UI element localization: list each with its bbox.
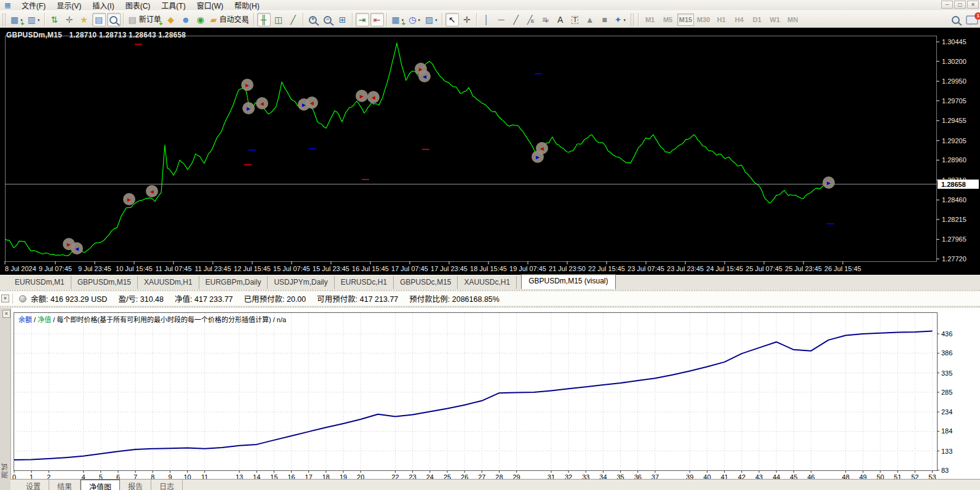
market-watch-button[interactable]: ⇅ <box>48 13 62 26</box>
timeframe-d1-button[interactable]: D1 <box>749 14 765 26</box>
svg-text:25 Jul 07:45: 25 Jul 07:45 <box>746 265 783 272</box>
terminal-drag-handle[interactable] <box>12 294 15 303</box>
zoom-out-button[interactable]: − <box>321 13 335 26</box>
auto-scroll-button[interactable]: ⇥ <box>356 13 369 26</box>
arrow-shape-button[interactable]: ▲ <box>583 13 597 26</box>
auto-trading-button[interactable]: ▰●自动交易 <box>209 13 251 26</box>
new-order-button[interactable]: ▤+新订单 <box>127 13 163 26</box>
timeframe-h1-button[interactable]: H1 <box>713 14 730 26</box>
order-level-markers <box>135 44 834 224</box>
navigator-button[interactable]: ★ <box>78 13 91 26</box>
tester-tab-3[interactable]: 净值图 <box>81 480 120 490</box>
chart-tab-1[interactable]: EURUSDm,M1 <box>9 276 71 289</box>
shapes-button[interactable]: ■ <box>598 13 612 26</box>
trade-arrow-icon: ► <box>66 241 72 248</box>
arrows-button[interactable]: ✦▾ <box>613 13 627 26</box>
account-segments: 余额: 416 923.29 USD盈/亏: 310.48净值: 417 233… <box>31 293 511 304</box>
bar-chart-mode-button[interactable]: ╫ <box>257 13 271 26</box>
mt4-window: { "glyphs": {"minimize":"─","restore":"▢… <box>0 0 980 490</box>
close-tester-button[interactable]: × <box>2 310 10 318</box>
timeframe-m1-button[interactable]: M1 <box>642 14 658 26</box>
menu-item-tools[interactable]: 工具(T) <box>156 1 191 11</box>
timeframe-m30-button[interactable]: M30 <box>695 14 712 26</box>
timeframe-mn-button[interactable]: MN <box>784 14 801 26</box>
chart-tab-2[interactable]: GBPUSDm,M15 <box>71 276 138 289</box>
chart-tab-4[interactable]: EURGBPm,Daily <box>199 276 268 289</box>
chart-tab-6[interactable]: EURUSDc,H1 <box>335 276 394 289</box>
svg-text:17 Jul 07:45: 17 Jul 07:45 <box>391 265 428 272</box>
chat-button[interactable]: 1 <box>964 13 980 26</box>
fibonacci-button[interactable]: ≡F <box>539 13 552 26</box>
price-chart-panel[interactable]: GBPUSDm,M15 1.28710 1.28713 1.28643 1.28… <box>0 28 980 275</box>
line-chart-mode-button[interactable]: ╱ <box>287 13 300 26</box>
close-button[interactable]: ✕ <box>967 1 979 9</box>
menu-item-file[interactable]: 文件(F) <box>16 1 51 11</box>
strategy-tester-button[interactable] <box>107 13 121 26</box>
menu-item-window[interactable]: 窗口(W) <box>191 1 229 11</box>
terminal-button[interactable]: ▤ <box>92 13 106 26</box>
tester-tab-4[interactable]: 报告 <box>120 480 151 490</box>
indicators-button[interactable]: ▦+▾ <box>390 13 406 26</box>
dropdown-arrow-icon: ▾ <box>418 18 421 22</box>
restore-button[interactable]: ▢ <box>954 1 966 9</box>
text-label-button[interactable]: T <box>568 13 582 26</box>
menu-item-view[interactable]: 显示(V) <box>51 1 87 11</box>
equidistant-channel-button[interactable]: ╱E <box>524 13 538 26</box>
tester-tab-5[interactable]: 日志 <box>151 480 183 490</box>
trade-markers[interactable]: ►◄►◄►►◄►◄►◄►◄►◄► <box>63 63 835 255</box>
chart-tab-7[interactable]: GBPUSDc,M15 <box>394 276 458 289</box>
shapes-icon: ■ <box>602 15 607 24</box>
cursor-button[interactable]: ↖ <box>445 13 459 26</box>
close-terminal-button[interactable]: × <box>1 294 9 302</box>
community-button[interactable]: ☻ <box>179 13 193 26</box>
menu-item-insert[interactable]: 插入(I) <box>87 1 119 11</box>
equity-chart-canvas[interactable]: 0124567891011131415161718192022232425262… <box>0 308 980 490</box>
text-button[interactable]: A <box>554 13 567 26</box>
zoom-in-button[interactable]: + <box>306 13 320 26</box>
svg-text:15 Jul 07:45: 15 Jul 07:45 <box>273 265 310 272</box>
chart-tab-9[interactable]: GBPUSDm,M15 (visual) <box>521 274 615 289</box>
toolbar-drag-handle[interactable] <box>631 14 634 26</box>
chart-tab-5[interactable]: USDJPYm,Daily <box>268 276 334 289</box>
chart-tab-8[interactable]: XAUUSDc,H1 <box>458 276 517 289</box>
new-order-label: 新订单 <box>139 16 161 23</box>
data-window-button[interactable]: ✛ <box>63 13 76 26</box>
trendline-button[interactable]: ╱ <box>509 13 523 26</box>
menu-item-charts[interactable]: 图表(C) <box>120 1 156 11</box>
price-chart-canvas[interactable]: 1.304451.302001.299501.297051.294551.292… <box>0 28 980 275</box>
signals-button[interactable]: ◉ <box>194 13 207 26</box>
chart-shift-button[interactable]: ⇤ <box>370 13 384 26</box>
candlestick-mode-button[interactable]: ◫ <box>272 13 285 26</box>
svg-text:1.28460: 1.28460 <box>942 196 966 204</box>
timeframe-h4-button[interactable]: H4 <box>731 14 747 26</box>
toolbar-separator <box>476 13 477 26</box>
vertical-line-button[interactable]: │ <box>480 13 493 26</box>
tile-windows-button[interactable]: ⊞ <box>336 13 349 26</box>
minimize-button[interactable]: ─ <box>941 1 953 9</box>
tester-tab-1[interactable]: 设置 <box>18 480 49 490</box>
tester-tab-2[interactable]: 结果 <box>49 480 81 490</box>
chart-tab-3[interactable]: XAUUSDm,H1 <box>138 276 199 289</box>
tile-windows-icon: ⊞ <box>339 15 346 24</box>
timeframe-w1-button[interactable]: W1 <box>767 14 783 26</box>
templates-button[interactable]: ▨▾ <box>423 13 439 26</box>
mql5-button[interactable]: ◆ <box>164 13 178 26</box>
chat-icon: 1 <box>966 15 978 25</box>
new-chart-button[interactable]: ▦+▾ <box>9 13 25 26</box>
search-icon <box>952 16 960 24</box>
svg-text:10 Jul 15:45: 10 Jul 15:45 <box>116 265 153 272</box>
legend-item-3: 每个即时价格(基于所有可利用的最小时段的每一个价格的分形插值计算) <box>57 316 271 323</box>
timeframe-m15-button[interactable]: M15 <box>677 14 694 26</box>
trade-arrow-icon: ◄ <box>539 145 545 152</box>
chart-frame <box>6 36 937 262</box>
crosshair-button[interactable]: ✛ <box>460 13 474 26</box>
periods-button[interactable]: ◷▾ <box>407 13 422 26</box>
mql5-icon: ◆ <box>167 15 174 24</box>
search-button[interactable] <box>949 13 962 26</box>
menu-item-help[interactable]: 帮助(H) <box>229 1 265 11</box>
timeframe-m5-button[interactable]: M5 <box>659 14 676 26</box>
horizontal-line-button[interactable]: ─ <box>495 13 508 26</box>
toolbar-drag-handle[interactable] <box>2 14 6 26</box>
profiles-button[interactable]: ▥▾ <box>26 13 42 26</box>
svg-text:9 Jul 07:45: 9 Jul 07:45 <box>39 265 72 272</box>
